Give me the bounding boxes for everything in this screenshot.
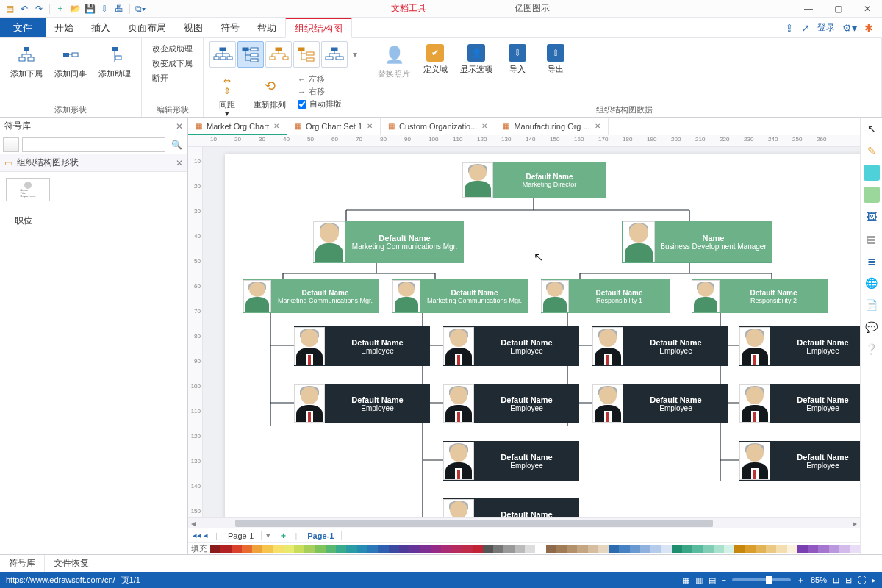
color-swatch[interactable] — [493, 545, 503, 553]
color-swatch[interactable] — [609, 545, 619, 553]
org-node[interactable]: Default NameResponsibility 2 — [692, 279, 828, 313]
tab-insert[interactable]: 插入 — [82, 18, 119, 37]
layout-option-5[interactable] — [321, 41, 348, 68]
image-tool-icon[interactable]: 🖼 — [864, 209, 880, 225]
redo-icon[interactable]: ↷ — [32, 2, 46, 15]
zoom-level[interactable]: 85% — [811, 576, 827, 584]
org-node-employee[interactable]: Default NameEmployee — [592, 326, 728, 366]
color-green-icon[interactable] — [864, 187, 880, 203]
add-colleague-button[interactable]: 添加同事 — [50, 41, 91, 81]
color-swatch[interactable] — [326, 545, 336, 553]
search-icon[interactable]: 🔍 — [168, 137, 184, 152]
color-swatch[interactable] — [232, 545, 242, 553]
view-mode-2-icon[interactable]: ▥ — [695, 576, 703, 585]
color-swatch[interactable] — [441, 545, 451, 553]
tab-start[interactable]: 开始 — [46, 18, 82, 37]
file-menu[interactable]: 文件 — [0, 18, 46, 37]
color-swatch[interactable] — [389, 545, 399, 553]
color-swatch[interactable] — [284, 545, 294, 553]
fit-width-icon[interactable]: ⊟ — [845, 576, 852, 585]
color-swatch[interactable] — [535, 545, 545, 553]
org-node-employee[interactable]: Default NameEmployee — [443, 498, 579, 517]
color-swatch[interactable] — [473, 545, 483, 553]
color-swatch[interactable] — [577, 545, 587, 553]
tab-orgchart[interactable]: 组织结构图 — [285, 18, 352, 38]
category-close-icon[interactable]: ✕ — [176, 158, 183, 168]
settings-icon[interactable]: ⚙▾ — [842, 22, 857, 34]
color-swatch[interactable] — [483, 545, 493, 553]
color-swatch[interactable] — [692, 545, 703, 553]
zoom-in-icon[interactable]: ＋ — [797, 575, 805, 586]
auto-layout-checkbox[interactable]: 自动排版 — [298, 98, 342, 110]
page-tab-1[interactable]: Page-1 — [220, 531, 262, 540]
import-button[interactable]: ⇩导入 — [500, 41, 535, 76]
color-swatch[interactable] — [368, 545, 378, 553]
bottom-tab-library[interactable]: 符号库 — [0, 555, 45, 572]
org-node-employee[interactable]: Default NameEmployee — [592, 384, 728, 423]
zoom-slider[interactable] — [732, 578, 791, 581]
disconnect-button[interactable]: 断开 — [151, 72, 194, 85]
color-swatch[interactable] — [556, 545, 567, 553]
comment-icon[interactable]: 💬 — [864, 319, 880, 335]
bottom-tab-recovery[interactable]: 文件恢复 — [45, 555, 98, 572]
color-swatch[interactable] — [829, 545, 839, 553]
color-swatch[interactable] — [294, 545, 304, 553]
color-swatch[interactable] — [850, 545, 860, 553]
color-swatch[interactable] — [808, 545, 818, 553]
library-search-input[interactable] — [22, 137, 165, 152]
color-swatch[interactable] — [724, 545, 734, 553]
color-swatch[interactable] — [567, 545, 577, 553]
panel-close-icon[interactable]: ✕ — [176, 121, 183, 132]
status-url[interactable]: https://www.edrawsoft.com/cn/ — [6, 576, 115, 584]
page-nav-prev[interactable]: ◂◂ ◂ — [188, 531, 212, 540]
maximize-button[interactable]: ▢ — [823, 0, 853, 18]
cursor-tool-icon[interactable]: ↖ — [864, 121, 880, 137]
undo-icon[interactable]: ↶ — [18, 2, 31, 15]
export-button[interactable]: ⇧导出 — [538, 41, 573, 76]
options-icon[interactable]: ⧉▾ — [134, 2, 147, 15]
color-cyan-icon[interactable] — [864, 165, 880, 181]
color-swatch[interactable] — [503, 545, 514, 553]
org-node-employee[interactable]: Default NameEmployee — [294, 384, 430, 423]
color-swatch[interactable] — [273, 545, 284, 553]
tab-close-icon[interactable]: ✕ — [367, 122, 373, 130]
layout-option-2[interactable] — [237, 41, 264, 68]
org-node-employee[interactable]: Default NameEmployee — [739, 326, 860, 366]
to-assistant-button[interactable]: 改变成助理 — [151, 43, 194, 55]
canvas[interactable]: Default NameMarketing DirectorDefault Na… — [203, 147, 860, 517]
color-swatch[interactable] — [839, 545, 850, 553]
color-swatch[interactable] — [409, 545, 420, 553]
color-swatch[interactable] — [451, 545, 462, 553]
page-tab-2[interactable]: Page-1 — [300, 531, 342, 540]
tab-close-icon[interactable]: ✕ — [595, 122, 600, 130]
color-swatch[interactable] — [315, 545, 326, 553]
org-node-employee[interactable]: Default NameEmployee — [294, 326, 430, 366]
color-swatch[interactable] — [252, 545, 262, 553]
spacing-button[interactable]: ⇔⇕ 间距▾ — [209, 72, 245, 121]
color-swatch[interactable] — [756, 545, 766, 553]
view-mode-3-icon[interactable]: ▤ — [709, 576, 716, 585]
open-icon[interactable]: 📂 — [68, 2, 82, 15]
color-swatch[interactable] — [514, 545, 525, 553]
color-swatch[interactable] — [346, 545, 356, 553]
color-swatch[interactable] — [776, 545, 786, 553]
color-swatch[interactable] — [588, 545, 598, 553]
color-swatch[interactable] — [619, 545, 629, 553]
color-swatch[interactable] — [598, 545, 609, 553]
color-swatch[interactable] — [378, 545, 388, 553]
layout-option-4[interactable] — [293, 41, 320, 68]
tab-pagelayout[interactable]: 页面布局 — [119, 18, 175, 37]
color-swatch[interactable] — [525, 545, 535, 553]
print-icon[interactable]: 🖶 — [112, 2, 126, 15]
highlighter-icon[interactable]: ✎ — [864, 143, 880, 159]
org-node[interactable]: Default NameResponsibility 1 — [541, 279, 670, 313]
org-node[interactable]: NameBusiness Development Manager — [622, 220, 772, 263]
notes-icon[interactable]: 📄 — [864, 297, 880, 313]
view-mode-1-icon[interactable]: ▦ — [682, 576, 689, 585]
color-swatch[interactable] — [650, 545, 661, 553]
tab-help[interactable]: 帮助 — [248, 18, 285, 37]
close-button[interactable]: ✕ — [853, 0, 882, 18]
add-subordinate-button[interactable]: 添加下属 — [6, 41, 47, 81]
org-node-employee[interactable]: Default NameEmployee — [443, 326, 579, 366]
reorder-button[interactable]: ⟲ 重新排列 — [249, 72, 290, 112]
